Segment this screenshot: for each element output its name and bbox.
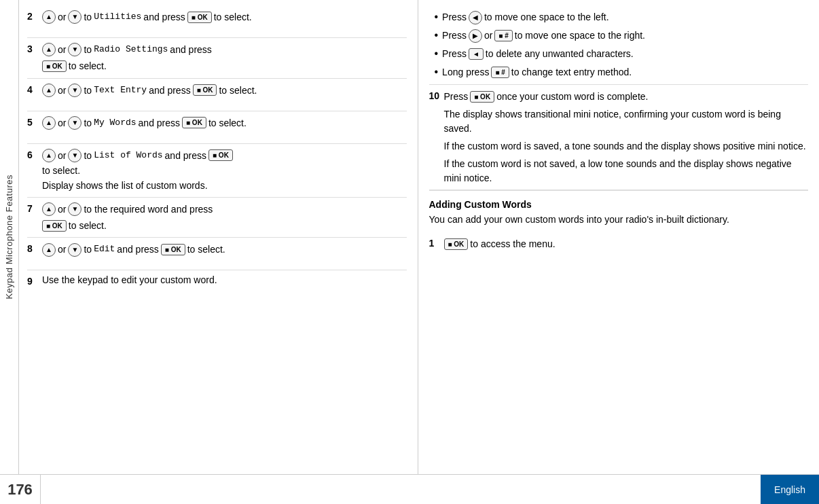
step-3-num: 3 <box>27 42 42 54</box>
step-4-content: or to Text Entry and press ■ OK to selec… <box>42 83 407 98</box>
to-text-5: to <box>84 115 92 130</box>
bullet-2: • Press or ■ # to move one space to the … <box>429 26 809 45</box>
arrow-up-icon-7 <box>42 202 56 216</box>
or-text-6: or <box>58 148 66 163</box>
step-9-row: 9 Use the keypad to edit your custom wor… <box>27 270 407 303</box>
step-2-row: 2 or to Utilities and press ■ OK to sele… <box>27 5 407 38</box>
step-3-content: or to Radio Settings and press ■ OK to s… <box>42 42 407 74</box>
step-8-num: 8 <box>27 242 42 254</box>
arrow-up-icon-6 <box>42 149 56 162</box>
step-9-num: 9 <box>27 274 42 287</box>
or-text-7: or <box>58 202 66 217</box>
or-text-4: or <box>58 83 66 98</box>
to-select-3: to select. <box>69 58 107 73</box>
and-press-4: and press <box>149 83 190 98</box>
b1-rest: to move one space to the left. <box>484 10 609 24</box>
step-4-num: 4 <box>27 83 42 95</box>
step-7-num: 7 <box>27 202 42 214</box>
right-column: • Press to move one space to the left. •… <box>418 0 820 474</box>
press-text-10: Press <box>444 89 469 104</box>
ok-btn-3: ■ OK <box>42 60 67 72</box>
ok-btn-10: ■ OK <box>470 91 494 103</box>
step-6-note: Display shows the list of custom words. <box>42 179 407 193</box>
arrow-right-icon-b2 <box>469 29 482 43</box>
to-select-2: to select. <box>214 10 252 24</box>
press-text-b1: Press <box>442 10 467 24</box>
sidebar: Keypad Microphone Features <box>0 0 19 474</box>
ok-btn-7: ■ OK <box>42 220 67 232</box>
step-5-content: or to My Words and press ■ OK to select. <box>42 115 407 130</box>
step-10-content: Press ■ OK once your custom word is comp… <box>444 89 809 185</box>
step-9-content: Use the keypad to edit your custom word. <box>42 274 407 285</box>
hash-btn-b2: ■ # <box>494 30 512 41</box>
b2-rest: to move one space to the right. <box>515 29 645 43</box>
step-3-row: 3 or to Radio Settings and press ■ OK to… <box>27 38 407 79</box>
step-7-content: or to the required word and press ■ OK t… <box>42 202 407 234</box>
arrow-down-icon-6 <box>68 149 81 162</box>
b4-rest: to change text entry method. <box>511 65 632 79</box>
sidebar-label: Keypad Microphone Features <box>4 175 14 300</box>
bullet-dot-4: • <box>435 65 439 78</box>
edit-code: Edit <box>94 242 115 257</box>
arrow-up-icon <box>42 10 56 24</box>
step-10-row: 10 Press ■ OK once your custom word is c… <box>429 85 809 190</box>
to-text-2: to <box>84 10 92 24</box>
ok-btn-8: ■ OK <box>161 244 185 255</box>
or-text-3: or <box>58 42 66 57</box>
and-press-text-2: and press <box>143 10 185 24</box>
adding-step-1-num: 1 <box>429 236 444 249</box>
arrow-down-icon-8 <box>68 243 81 257</box>
step-2-num: 2 <box>27 10 42 22</box>
or-text-5: or <box>58 115 66 130</box>
bullet-3: • Press ◄ to delete any unwanted charact… <box>429 45 809 63</box>
bullet-4: • Long press ■ # to change text entry me… <box>429 63 809 82</box>
page-number: 176 <box>0 475 41 504</box>
utilities-code: Utilities <box>94 10 141 24</box>
adding-section: Adding Custom Words You can add your own… <box>429 190 809 255</box>
and-press-6: and press <box>165 148 206 163</box>
arrow-up-icon-5 <box>42 116 56 130</box>
arrow-left-icon-b1 <box>469 11 482 24</box>
main-content: 2 or to Utilities and press ■ OK to sele… <box>19 0 819 474</box>
adding-intro: You can add your own custom words into y… <box>429 213 809 227</box>
ok-btn-adding-1: ■ OK <box>444 238 469 250</box>
adding-step-1-text: to access the menu. <box>470 236 555 251</box>
to-text-4: to <box>84 83 92 98</box>
text-entry-code: Text Entry <box>94 84 147 98</box>
bullet-dot-1: • <box>435 10 439 23</box>
ok-btn-2: ■ OK <box>187 12 212 23</box>
step-9-text: Use the keypad to edit your custom word. <box>42 274 217 285</box>
arrow-down-icon <box>68 10 81 24</box>
to-text-6: to <box>84 148 92 163</box>
adding-section-header: Adding Custom Words <box>429 199 809 210</box>
step-4-row: 4 or to Text Entry and press ■ OK to sel… <box>27 79 407 111</box>
step-10-para3: If the custom word is not saved, a low t… <box>444 157 809 185</box>
arrow-down-icon-5 <box>68 116 81 130</box>
long-press-text: Long press <box>442 65 489 79</box>
bullet-section: • Press to move one space to the left. •… <box>429 5 809 85</box>
page-footer: 176 English <box>0 474 819 504</box>
or-text-b2: or <box>484 29 492 43</box>
to-required-7: to the required word and press <box>84 202 213 217</box>
left-column: 2 or to Utilities and press ■ OK to sele… <box>19 0 418 474</box>
my-words-code: My Words <box>94 116 136 130</box>
to-select-6: to select. <box>42 163 80 178</box>
language-badge: English <box>761 475 819 504</box>
step-5-num: 5 <box>27 115 42 128</box>
step-10-para2: If the custom word is saved, a tone soun… <box>444 139 809 154</box>
step-6-num: 6 <box>27 148 42 160</box>
arrow-down-icon-7 <box>68 202 81 216</box>
step-5-row: 5 or to My Words and press ■ OK to selec… <box>27 111 407 144</box>
arrow-up-icon-3 <box>42 43 56 56</box>
arrow-down-icon-4 <box>68 84 81 97</box>
step-8-content: or to Edit and press ■ OK to select. <box>42 242 407 257</box>
radio-settings-code: Radio Settings <box>94 43 168 57</box>
step-6-content: or to List of Words and press ■ OK to se… <box>42 148 407 193</box>
bullet-2-text: Press or ■ # to move one space to the ri… <box>442 29 808 43</box>
bullet-3-text: Press ◄ to delete any unwanted character… <box>442 47 808 61</box>
list-of-words-code: List of Words <box>94 149 162 163</box>
bullet-4-text: Long press ■ # to change text entry meth… <box>442 65 808 79</box>
step-6-row: 6 or to List of Words and press ■ OK to … <box>27 144 407 198</box>
to-select-4: to select. <box>219 83 257 98</box>
arrow-down-icon-3 <box>68 43 81 56</box>
